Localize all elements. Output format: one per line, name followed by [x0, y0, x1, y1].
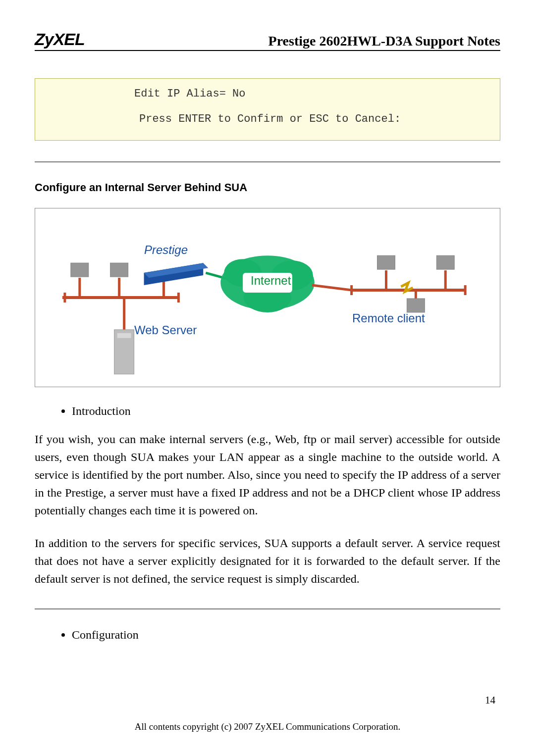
paragraph-2: In addition to the servers for specific … [35, 534, 500, 588]
bullet-list-1: Introduction [72, 404, 500, 418]
diagram-label-internet: Internet [251, 274, 291, 288]
svg-line-19 [312, 285, 352, 290]
svg-rect-7 [71, 263, 89, 277]
bullet-list-2: Configuration [72, 628, 500, 642]
svg-rect-12 [117, 333, 131, 338]
diagram-label-remote: Remote client [352, 311, 425, 325]
paragraph-1: If you wish, you can make internal serve… [35, 430, 500, 519]
terminal-line-2: Press ENTER to Confirm or ESC to Cancel: [35, 113, 500, 125]
svg-rect-8 [110, 263, 128, 277]
copyright: All contents copyright (c) 2007 ZyXEL Co… [135, 721, 400, 732]
page-title: Prestige 2602HWL-D3A Support Notes [268, 33, 500, 49]
svg-rect-27 [436, 255, 454, 269]
diagram-label-webserver: Web Server [134, 323, 197, 337]
logo: ZyXEL [35, 30, 85, 49]
svg-rect-26 [377, 255, 395, 269]
page-header: ZyXEL Prestige 2602HWL-D3A Support Notes [35, 30, 500, 51]
page: ZyXEL Prestige 2602HWL-D3A Support Notes… [0, 0, 535, 642]
section-heading: Configure an Internal Server Behind SUA [35, 181, 500, 194]
diagram-label-prestige: Prestige [144, 243, 188, 257]
divider-2 [35, 608, 500, 609]
page-number: 14 [485, 694, 495, 706]
bullet-introduction: Introduction [72, 404, 500, 418]
network-diagram: Prestige Internet Remote client Web Serv… [35, 208, 500, 387]
terminal-box: Edit IP Alias= No Press ENTER to Confirm… [35, 78, 500, 141]
divider [35, 161, 500, 162]
diagram-svg [35, 208, 500, 387]
terminal-line-1: Edit IP Alias= No [35, 88, 500, 100]
bullet-configuration: Configuration [72, 628, 500, 642]
svg-rect-28 [407, 299, 425, 312]
footer: All contents copyright (c) 2007 ZyXEL Co… [0, 721, 535, 732]
